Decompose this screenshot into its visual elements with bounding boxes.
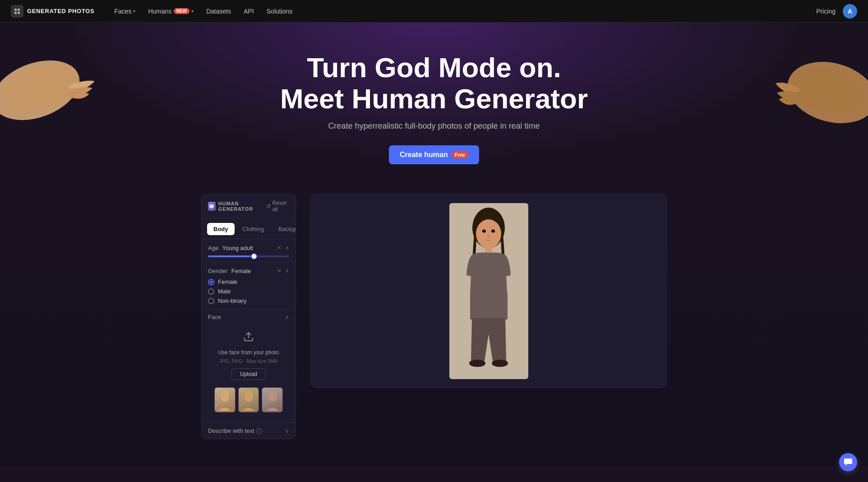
svg-rect-18 bbox=[470, 292, 508, 320]
age-slider-thumb[interactable] bbox=[251, 253, 257, 260]
panel-title-row: HUMAN GENERATOR bbox=[208, 201, 266, 212]
svg-point-4 bbox=[0, 49, 88, 131]
nav-humans-chevron: ▾ bbox=[191, 9, 194, 14]
describe-collapse-button[interactable]: ∨ bbox=[285, 428, 289, 434]
svg-point-5 bbox=[0, 56, 83, 120]
radio-male bbox=[208, 288, 214, 295]
site-logo[interactable]: GENERATED PHOTOS bbox=[11, 5, 94, 18]
svg-point-7 bbox=[785, 60, 868, 121]
gender-female-label: Female bbox=[218, 278, 237, 285]
svg-rect-0 bbox=[14, 9, 17, 11]
svg-point-9 bbox=[220, 391, 229, 402]
chat-button[interactable] bbox=[839, 453, 857, 471]
content-section: HUMAN GENERATOR ↺ Reset all Body Clothin… bbox=[0, 185, 868, 466]
gender-section-header: Gender Female ✕ ∧ bbox=[208, 267, 289, 275]
age-collapse-button[interactable]: ∧ bbox=[285, 245, 289, 251]
nav-humans-badge: New bbox=[174, 8, 189, 14]
svg-rect-1 bbox=[18, 9, 20, 11]
hero-title-line1: Turn God Mode on. bbox=[307, 52, 561, 83]
pricing-link[interactable]: Pricing bbox=[816, 8, 836, 15]
age-slider[interactable] bbox=[208, 255, 289, 257]
navbar: GENERATED PHOTOS Faces ▾ Humans New ▾ Da… bbox=[0, 0, 868, 23]
hero-section: Turn God Mode on. Meet Human Generator C… bbox=[0, 23, 868, 185]
tab-background[interactable]: Background bbox=[272, 223, 296, 235]
panels-container: HUMAN GENERATOR ↺ Reset all Body Clothin… bbox=[0, 194, 868, 439]
generated-photo-container bbox=[449, 203, 528, 379]
svg-rect-3 bbox=[18, 12, 20, 14]
describe-info-icon: i bbox=[256, 428, 263, 434]
svg-point-11 bbox=[268, 391, 277, 402]
upload-button[interactable]: Upload bbox=[231, 368, 266, 380]
face-preset-2[interactable] bbox=[238, 387, 259, 412]
svg-point-16 bbox=[491, 230, 495, 233]
hero-cta: Create human Free bbox=[389, 145, 479, 164]
upload-icon bbox=[243, 331, 254, 345]
age-clear-button[interactable]: ✕ bbox=[277, 245, 282, 251]
gender-options: Female Male Non-binary bbox=[208, 278, 289, 304]
nav-faces[interactable]: Faces ▾ bbox=[109, 5, 141, 18]
svg-point-6 bbox=[781, 52, 868, 132]
nav-faces-chevron: ▾ bbox=[133, 9, 135, 14]
svg-point-20 bbox=[492, 360, 508, 367]
svg-point-19 bbox=[469, 360, 485, 367]
nav-humans[interactable]: Humans New ▾ bbox=[143, 5, 199, 18]
tab-body[interactable]: Body bbox=[207, 223, 235, 235]
nav-items: Faces ▾ Humans New ▾ Datasets API Soluti… bbox=[109, 5, 816, 18]
nav-api[interactable]: API bbox=[238, 5, 259, 18]
nav-api-label: API bbox=[244, 8, 254, 15]
create-human-badge: Free bbox=[452, 151, 468, 158]
photo-display-panel bbox=[310, 194, 667, 388]
nav-datasets-label: Datasets bbox=[206, 8, 231, 15]
age-value: Young adult bbox=[222, 245, 253, 251]
nav-datasets[interactable]: Datasets bbox=[201, 5, 236, 18]
nav-solutions[interactable]: Solutions bbox=[261, 5, 298, 18]
face-preset-3[interactable] bbox=[262, 387, 283, 412]
panel-header: HUMAN GENERATOR ↺ Reset all bbox=[202, 195, 295, 218]
gender-option-female[interactable]: Female bbox=[208, 278, 289, 285]
gender-collapse-button[interactable]: ∧ bbox=[285, 268, 289, 274]
radio-female-inner bbox=[210, 281, 212, 283]
hero-subtitle: Create hyperrealistic full-body photos o… bbox=[328, 121, 540, 131]
gender-option-male[interactable]: Male bbox=[208, 288, 289, 295]
gender-nonbinary-label: Non-binary bbox=[218, 297, 247, 304]
radio-female bbox=[208, 279, 214, 285]
tab-clothing[interactable]: Clothing bbox=[236, 223, 271, 235]
face-section-header: Face ∧ bbox=[208, 314, 289, 320]
upload-hint: JPG, PNG · Max size 5MB bbox=[219, 358, 278, 364]
control-panel: HUMAN GENERATOR ↺ Reset all Body Clothin… bbox=[201, 194, 296, 439]
radio-nonbinary bbox=[208, 298, 214, 304]
reset-icon: ↺ bbox=[266, 203, 271, 209]
gender-controls: ✕ ∧ bbox=[277, 268, 289, 274]
gender-male-label: Male bbox=[218, 288, 231, 295]
gender-section: Gender Female ✕ ∧ Female bbox=[202, 262, 295, 309]
face-section: Face ∧ Use face from your photo JPG, PNG… bbox=[202, 309, 295, 423]
nav-faces-label: Faces bbox=[114, 8, 131, 15]
hero-title-line2: Meet Human Generator bbox=[280, 83, 588, 114]
svg-rect-2 bbox=[14, 12, 17, 14]
age-label: Age bbox=[208, 245, 218, 251]
face-collapse-button[interactable]: ∧ bbox=[285, 314, 289, 320]
face-upload-area: Use face from your photo JPG, PNG · Max … bbox=[208, 324, 289, 387]
gender-option-nonbinary[interactable]: Non-binary bbox=[208, 297, 289, 304]
create-human-label: Create human bbox=[400, 151, 448, 159]
describe-label: Describe with text i bbox=[208, 427, 263, 434]
user-avatar[interactable]: A bbox=[843, 4, 857, 19]
svg-point-10 bbox=[244, 391, 253, 402]
describe-section: Describe with text i ∨ bbox=[202, 423, 295, 439]
gender-label: Gender bbox=[208, 268, 227, 274]
hero-title: Turn God Mode on. Meet Human Generator bbox=[280, 52, 588, 114]
reset-all-button[interactable]: ↺ Reset all bbox=[266, 200, 289, 213]
nav-right: Pricing A bbox=[816, 4, 857, 19]
gender-clear-button[interactable]: ✕ bbox=[277, 268, 282, 274]
logo-icon bbox=[11, 5, 23, 18]
create-human-button[interactable]: Create human Free bbox=[389, 145, 479, 164]
describe-text: Describe with text bbox=[208, 427, 254, 434]
generated-person-svg bbox=[449, 203, 528, 379]
hand-left-decoration bbox=[0, 45, 99, 135]
hand-right-decoration bbox=[773, 41, 868, 144]
age-slider-track bbox=[208, 255, 253, 257]
panel-tabs: Body Clothing Background bbox=[202, 218, 295, 239]
upload-label: Use face from your photo bbox=[218, 349, 279, 356]
face-presets bbox=[208, 387, 289, 418]
face-preset-1[interactable] bbox=[214, 387, 235, 412]
